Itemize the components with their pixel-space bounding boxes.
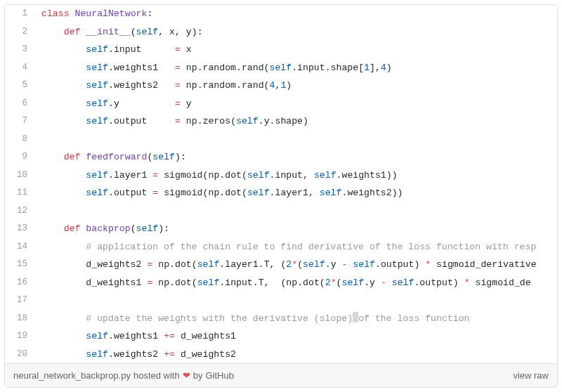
code-row: 10 self.layer1 = sigmoid(np.dot(self.inp… <box>5 166 557 185</box>
code-row: 6 self.y = y <box>5 95 557 113</box>
line-number[interactable]: 1 <box>5 5 34 23</box>
code-row: 11 self.output = sigmoid(np.dot(self.lay… <box>5 184 557 202</box>
code-line[interactable]: self.weights1 = np.random.rand(self.inpu… <box>34 59 557 77</box>
code-line[interactable]: self.input = x <box>34 41 557 59</box>
line-number[interactable]: 12 <box>5 202 34 221</box>
line-number[interactable]: 11 <box>5 184 34 202</box>
line-number[interactable]: 3 <box>5 41 34 59</box>
line-number[interactable]: 10 <box>5 166 34 185</box>
code-line[interactable]: class NeuralNetwork: <box>34 5 557 23</box>
line-number[interactable]: 6 <box>5 95 34 113</box>
code-line[interactable]: def feedforward(self): <box>34 148 557 166</box>
code-line[interactable] <box>34 202 557 221</box>
line-number[interactable]: 2 <box>5 23 34 41</box>
code-line[interactable]: d_weights2 = np.dot(self.layer1.T, (2*(s… <box>34 256 557 274</box>
code-row: 5 self.weights2 = np.random.rand(4,1) <box>5 77 557 95</box>
code-row: 17 <box>5 292 557 310</box>
code-body: 1class NeuralNetwork:2 def __init__(self… <box>5 5 557 363</box>
gist-container: 1class NeuralNetwork:2 def __init__(self… <box>4 4 558 388</box>
line-number[interactable]: 18 <box>5 310 34 328</box>
meta-left: neural_network_backprop.py hosted with ❤… <box>13 370 234 381</box>
code-line[interactable]: # application of the chain rule to find … <box>34 238 557 256</box>
hosted-text: hosted with <box>133 370 180 381</box>
line-number[interactable]: 20 <box>5 346 34 364</box>
code-line[interactable]: self.weights2 = np.random.rand(4,1) <box>34 77 557 95</box>
code-line[interactable]: self.weights2 += d_weights2 <box>34 346 557 364</box>
line-number[interactable]: 5 <box>5 77 34 95</box>
code-line[interactable]: def backprop(self): <box>34 220 557 238</box>
line-number[interactable]: 7 <box>5 112 34 131</box>
code-line[interactable] <box>34 131 557 149</box>
code-row: 16 d_weights1 = np.dot(self.input.T, (np… <box>5 274 557 292</box>
line-number[interactable]: 16 <box>5 274 34 292</box>
code-row: 19 self.weights1 += d_weights1 <box>5 327 557 346</box>
code-row: 7 self.output = np.zeros(self.y.shape) <box>5 112 557 131</box>
line-number[interactable]: 4 <box>5 59 34 77</box>
code-line[interactable]: def __init__(self, x, y): <box>34 23 557 41</box>
line-number[interactable]: 14 <box>5 238 34 256</box>
code-line[interactable]: d_weights1 = np.dot(self.input.T, (np.do… <box>34 274 557 292</box>
code-row: 2 def __init__(self, x, y): <box>5 23 557 41</box>
code-line[interactable]: self.weights1 += d_weights1 <box>34 327 557 346</box>
gist-meta-bar: neural_network_backprop.py hosted with ❤… <box>5 363 557 387</box>
code-row: 1class NeuralNetwork: <box>5 5 557 23</box>
code-row: 8 <box>5 131 557 149</box>
code-line[interactable]: # update the weights with the derivative… <box>34 310 557 328</box>
code-line[interactable] <box>34 292 557 310</box>
filename-link[interactable]: neural_network_backprop.py <box>13 370 131 381</box>
code-line[interactable]: self.layer1 = sigmoid(np.dot(self.input,… <box>34 166 557 185</box>
code-table: 1class NeuralNetwork:2 def __init__(self… <box>5 5 557 363</box>
heart-icon: ❤ <box>183 370 190 381</box>
line-number[interactable]: 8 <box>5 131 34 149</box>
code-row: 18 # update the weights with the derivat… <box>5 310 557 328</box>
code-row: 4 self.weights1 = np.random.rand(self.in… <box>5 59 557 77</box>
line-number[interactable]: 17 <box>5 292 34 310</box>
line-number[interactable]: 9 <box>5 148 34 166</box>
github-link[interactable]: GitHub <box>205 370 233 381</box>
line-number[interactable]: 19 <box>5 327 34 346</box>
code-row: 20 self.weights2 += d_weights2 <box>5 346 557 364</box>
code-row: 3 self.input = x <box>5 41 557 59</box>
code-area: 1class NeuralNetwork:2 def __init__(self… <box>5 5 557 363</box>
by-text: by <box>193 370 203 381</box>
code-row: 14 # application of the chain rule to fi… <box>5 238 557 256</box>
code-row: 9 def feedforward(self): <box>5 148 557 166</box>
code-row: 12 <box>5 202 557 221</box>
line-number[interactable]: 15 <box>5 256 34 274</box>
view-raw-link[interactable]: view raw <box>513 370 549 381</box>
code-line[interactable]: self.output = sigmoid(np.dot(self.layer1… <box>34 184 557 202</box>
line-number[interactable]: 13 <box>5 220 34 238</box>
code-row: 15 d_weights2 = np.dot(self.layer1.T, (2… <box>5 256 557 274</box>
code-row: 13 def backprop(self): <box>5 220 557 238</box>
code-line[interactable]: self.output = np.zeros(self.y.shape) <box>34 112 557 131</box>
code-line[interactable]: self.y = y <box>34 95 557 113</box>
